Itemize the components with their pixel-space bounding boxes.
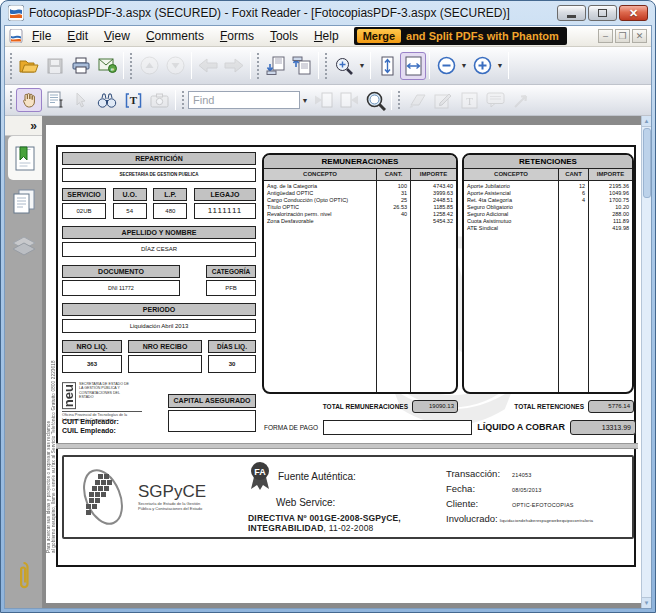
servicio-header: SERVICIO xyxy=(62,188,106,201)
menu-help[interactable]: Help xyxy=(307,27,346,45)
bookmarks-tab[interactable] xyxy=(8,136,42,180)
search-binoculars-button[interactable] xyxy=(94,88,120,112)
find-previous-icon xyxy=(314,92,333,108)
maximize-button[interactable] xyxy=(588,5,617,21)
toolbar-grip[interactable] xyxy=(129,52,134,79)
toolbar-grip[interactable] xyxy=(397,90,402,110)
highlight-button[interactable] xyxy=(404,88,430,112)
menu-comments[interactable]: Comments xyxy=(139,27,211,45)
next-view-button[interactable] xyxy=(221,52,247,80)
find-previous-button[interactable] xyxy=(310,88,336,112)
rem-importe: 3999.63 xyxy=(411,190,456,197)
categoria-header: CATEGORÍA xyxy=(206,265,256,278)
toolbar-grip[interactable] xyxy=(9,52,14,79)
ret-col-importe: IMPORTE xyxy=(589,169,632,181)
full-search-icon xyxy=(365,90,386,111)
title-bar[interactable]: FotocopiasPDF-3.aspx (SECURED) - Foxit R… xyxy=(4,1,652,25)
layers-tab[interactable] xyxy=(5,224,42,268)
typewriter-button[interactable]: T xyxy=(456,88,482,112)
menu-file[interactable]: File xyxy=(25,27,58,45)
snapshot-button[interactable] xyxy=(146,88,172,112)
expand-panel-button[interactable]: » xyxy=(5,116,42,136)
menu-view[interactable]: View xyxy=(97,27,137,45)
full-search-button[interactable] xyxy=(362,88,388,112)
ret-cant: 6 xyxy=(559,190,588,197)
scrollbar-up-arrow[interactable]: ▲ xyxy=(642,116,651,127)
marquee-zoom-dropdown[interactable]: ▼ xyxy=(357,52,367,80)
select-annotation-button[interactable] xyxy=(68,88,94,112)
remuneraciones-title: REMUNERACIONES xyxy=(264,155,456,169)
pages-tab[interactable] xyxy=(5,180,42,224)
scroll-down-button[interactable] xyxy=(162,52,188,80)
rem-importe: 2448.51 xyxy=(411,197,456,204)
toolbar-grip[interactable] xyxy=(181,90,186,110)
close-button[interactable]: ✕ xyxy=(619,5,648,21)
total-remuneraciones-row: TOTAL REMUNERACIONES 19090.13 xyxy=(262,399,458,413)
toolbar-grip[interactable] xyxy=(256,52,261,79)
document-area[interactable]: Para acercar sus ideas y proyectos o exp… xyxy=(43,116,651,608)
scrollbar-down-arrow[interactable]: ▼ xyxy=(642,597,651,608)
nro-recibo-header: NRO RECIBO xyxy=(128,340,202,353)
capital-asegurado-value xyxy=(168,410,256,432)
note-button[interactable] xyxy=(482,88,508,112)
ret-importe: 111.89 xyxy=(589,218,632,225)
find-input[interactable] xyxy=(188,91,300,109)
previous-view-button[interactable] xyxy=(195,52,221,80)
zoom-out-dropdown[interactable]: ▼ xyxy=(459,52,469,80)
zoom-out-button[interactable] xyxy=(433,52,459,80)
rem-concepto: Revalorización perm. nivel xyxy=(264,211,376,218)
vertical-scrollbar[interactable]: ▲ ▼ xyxy=(641,116,651,608)
arrow-draw-button[interactable] xyxy=(508,88,534,112)
mdi-minimize-button[interactable]: – xyxy=(598,29,613,43)
rem-cant: 100 xyxy=(377,183,410,190)
find-next-button[interactable] xyxy=(336,88,362,112)
rem-importe: 5454.32 xyxy=(411,218,456,225)
fa-ribbon-icon: FA xyxy=(248,461,272,491)
web-service-label: Web Service: xyxy=(276,497,438,508)
employee-info-column: REPARTICIÓN SECRETARIA DE GESTION PUBLIC… xyxy=(62,152,256,432)
text-viewer-button[interactable]: T xyxy=(120,88,146,112)
authenticity-stamp: SGPyCE Secretaría de Estado de la Gestió… xyxy=(62,455,634,539)
select-text-button[interactable] xyxy=(42,88,68,112)
menu-forms[interactable]: Forms xyxy=(213,27,261,45)
highlight-marker-icon xyxy=(408,92,427,109)
integrabilidad-bold: INTEGRABILIDAD xyxy=(248,523,324,533)
extract-pages-button[interactable] xyxy=(289,52,315,80)
menu-tools[interactable]: Tools xyxy=(263,27,305,45)
email-button[interactable]: e xyxy=(94,52,120,80)
toolbar-grip[interactable] xyxy=(9,90,14,110)
hand-tool-icon xyxy=(20,91,38,109)
forma-de-pago-field[interactable] xyxy=(323,420,472,435)
zoom-in-dropdown[interactable]: ▼ xyxy=(495,52,505,80)
phantom-ad-banner[interactable]: Merge and Split PDFs with Phantom xyxy=(354,27,567,45)
main-area: » Para acercar sus xyxy=(5,116,651,608)
insert-pages-button[interactable] xyxy=(263,52,289,80)
scrollbar-thumb[interactable] xyxy=(643,128,651,198)
fit-width-button[interactable] xyxy=(400,52,426,80)
separator xyxy=(123,52,124,79)
print-button[interactable] xyxy=(68,52,94,80)
zoom-in-button[interactable] xyxy=(469,52,495,80)
mdi-close-button[interactable]: ✕ xyxy=(632,29,647,43)
page-insert-icon xyxy=(266,56,286,75)
attachments-tab[interactable] xyxy=(5,554,42,598)
open-button[interactable] xyxy=(16,52,42,80)
hand-tool-button[interactable] xyxy=(16,88,42,112)
pencil-icon xyxy=(434,92,452,109)
fit-height-button[interactable] xyxy=(374,52,400,80)
rem-col-importe: IMPORTE xyxy=(411,169,456,181)
scroll-up-button[interactable] xyxy=(136,52,162,80)
save-button[interactable] xyxy=(42,52,68,80)
periodo-header: PERIODO xyxy=(62,303,256,316)
integrabilidad-line: INTEGRABILIDAD, 11-02-2008 xyxy=(248,523,438,533)
minimize-button[interactable] xyxy=(557,5,586,21)
pencil-button[interactable] xyxy=(430,88,456,112)
marquee-zoom-button[interactable] xyxy=(331,52,357,80)
separator xyxy=(250,52,251,79)
menu-edit[interactable]: Edit xyxy=(60,27,95,45)
find-dropdown[interactable]: ▼ xyxy=(300,86,310,114)
nro-liq-value: 363 xyxy=(62,355,122,373)
mdi-restore-button[interactable]: ❐ xyxy=(615,29,630,43)
bookmarks-icon xyxy=(14,145,37,172)
toolbar-grip[interactable] xyxy=(324,52,329,79)
